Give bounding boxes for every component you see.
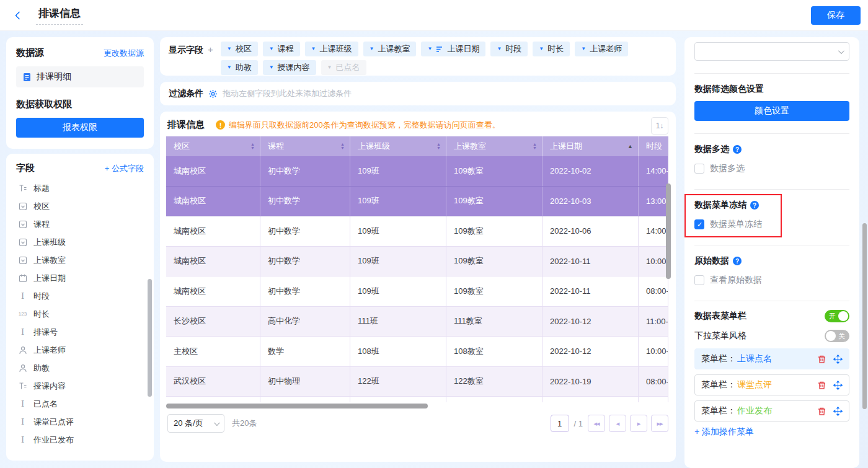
column-header[interactable]: 校区▲▼ <box>166 136 260 156</box>
field-item[interactable]: I课堂已点评 <box>16 413 144 431</box>
help-icon[interactable]: ? <box>733 145 742 154</box>
table-row[interactable]: 城南校区初中数学109班109教室2022-10-0214:00-1 <box>166 156 668 187</box>
display-field-chip[interactable]: ▼校区 <box>221 42 258 56</box>
table-row[interactable]: 武汉校区初中物理122班122教室2022-10-1908:00-0 <box>166 367 668 397</box>
help-icon[interactable]: ? <box>750 201 759 210</box>
table-row[interactable]: 长沙校区高中化学111班111教室2022-10-1211:00-1 <box>166 307 668 337</box>
next-page-button[interactable]: ▸ <box>630 415 647 432</box>
table-row[interactable]: 城南校区初中数学109班109教室2022-10-0313:00-1 <box>166 187 668 217</box>
move-button[interactable] <box>833 381 843 390</box>
column-header[interactable]: 上课日期▲ <box>542 136 639 156</box>
report-permission-button[interactable]: 报表权限 <box>16 118 144 138</box>
field-item[interactable]: 授课内容 <box>16 377 144 395</box>
display-field-chip[interactable]: ▼上课班级 <box>305 42 358 56</box>
datasource-item[interactable]: 排课明细 <box>16 66 144 87</box>
raw-data-checkbox-row[interactable]: 查看原始数据 <box>694 275 849 286</box>
table-cell: 109班 <box>350 247 446 276</box>
field-item[interactable]: I排课号 <box>16 323 144 341</box>
table-cell: 2022-10-06 <box>542 216 639 246</box>
fields-scrollbar[interactable] <box>148 279 152 397</box>
sort-asc-active-icon[interactable]: ▲ <box>627 143 633 149</box>
field-item[interactable]: 标题 <box>16 179 144 197</box>
table-row[interactable]: 城南校区初中数学109班109教室2022-10-1110:00-1 <box>166 247 668 277</box>
multi-select-checkbox[interactable] <box>694 164 704 174</box>
add-action-menu-link[interactable]: + 添加操作菜单 <box>694 426 849 438</box>
column-header[interactable]: 上课教室▲▼ <box>446 136 542 156</box>
table-horizontal-scrollbar[interactable] <box>166 404 428 408</box>
help-icon[interactable]: ? <box>733 257 742 265</box>
delete-button[interactable] <box>817 355 826 364</box>
field-item[interactable]: 123时长 <box>16 305 144 323</box>
field-item[interactable]: 课程 <box>16 215 144 233</box>
page-title: 排课信息 <box>36 6 83 25</box>
display-field-chip[interactable]: ▼上课教室 <box>363 42 417 56</box>
color-setting-button[interactable]: 颜色设置 <box>694 101 849 121</box>
display-field-chip[interactable]: ▼上课日期 <box>421 42 485 56</box>
chevron-down-icon <box>838 48 844 54</box>
menu-bar-item[interactable]: 菜单栏：作业发布 <box>694 400 849 422</box>
change-datasource-link[interactable]: 更改数据源 <box>104 48 144 59</box>
multi-select-checkbox-label: 数据多选 <box>710 163 745 174</box>
column-header[interactable]: 时段 <box>639 136 668 156</box>
prev-page-button[interactable]: ◂ <box>609 415 626 432</box>
filter-panel: 过滤条件 拖动左侧字段到此处来添加过滤条件 <box>160 82 676 105</box>
field-item[interactable]: 助教 <box>16 359 144 377</box>
display-field-chip[interactable]: ▼上课老师 <box>575 42 628 56</box>
first-page-button[interactable]: ◂◂ <box>588 415 605 432</box>
field-item[interactable]: 上课老师 <box>16 341 144 359</box>
sort-order-icon[interactable]: 1↓ <box>651 117 668 135</box>
menu-bar-item[interactable]: 菜单栏：课堂点评 <box>694 374 849 395</box>
settings-select[interactable] <box>694 42 849 61</box>
back-button[interactable] <box>12 9 26 22</box>
display-field-chip[interactable]: ▼授课内容 <box>263 60 316 75</box>
add-formula-field-link[interactable]: + 公式字段 <box>105 163 144 174</box>
display-field-chip[interactable]: ▼已点名 <box>321 60 366 75</box>
menu-freeze-checkbox[interactable] <box>694 219 704 229</box>
sort-carets-icon[interactable]: ▲▼ <box>533 143 537 150</box>
menu-bar-toggle[interactable]: 开 <box>825 310 849 322</box>
field-item[interactable]: I作业已发布 <box>16 431 144 449</box>
multi-select-checkbox-row[interactable]: 数据多选 <box>694 163 849 174</box>
delete-button[interactable] <box>817 407 826 416</box>
column-header[interactable]: 上课班级▲▼ <box>350 136 446 156</box>
field-item[interactable]: I已点名 <box>16 395 144 413</box>
chevron-down-icon <box>214 420 220 426</box>
field-item[interactable]: 上课日期 <box>16 269 144 287</box>
menu-item-value: 作业发布 <box>737 405 772 417</box>
column-header[interactable]: 课程▲▼ <box>260 136 350 156</box>
sort-carets-icon[interactable]: ▲▼ <box>340 143 345 150</box>
field-item[interactable]: 上课教室 <box>16 251 144 269</box>
sort-carets-icon[interactable]: ▲▼ <box>436 143 441 150</box>
add-field-icon[interactable]: + <box>203 42 213 71</box>
delete-button[interactable] <box>817 381 826 390</box>
raw-data-checkbox[interactable] <box>694 275 704 285</box>
chip-label: 时长 <box>547 43 564 55</box>
display-field-chip[interactable]: ▼助教 <box>221 60 258 75</box>
display-field-chip[interactable]: ▼课程 <box>263 42 300 56</box>
sort-carets-icon[interactable]: ▲▼ <box>250 143 255 150</box>
field-item[interactable]: 上课班级 <box>16 233 144 251</box>
gear-icon[interactable] <box>208 89 218 99</box>
chevron-down-icon: ▼ <box>269 46 274 51</box>
field-item[interactable]: I时段 <box>16 287 144 305</box>
menu-bar-item[interactable]: 菜单栏：上课点名 <box>694 348 849 369</box>
chip-label: 已点名 <box>336 62 360 73</box>
dropdown-style-toggle[interactable]: 关 <box>825 330 849 342</box>
save-button[interactable]: 保存 <box>811 6 861 25</box>
page-size-select[interactable]: 20 条/页 <box>167 414 224 433</box>
table-row[interactable]: 城南校区初中数学109班109教室2022-10-1108:00-0 <box>166 276 668 307</box>
move-icon <box>833 381 843 390</box>
field-item[interactable]: 校区 <box>16 197 144 215</box>
display-field-chip[interactable]: ▼时长 <box>533 42 570 56</box>
menu-freeze-checkbox-row[interactable]: 数据菜单冻结 <box>694 219 849 230</box>
table-vertical-scrollbar[interactable] <box>666 183 671 279</box>
page-number-input[interactable] <box>551 415 569 432</box>
last-page-button[interactable]: ▸▸ <box>651 415 668 432</box>
move-button[interactable] <box>833 355 843 364</box>
raw-data-title: 原始数据 <box>694 255 729 267</box>
table-row[interactable]: 主校区数学108班108教室2022-10-1210:00-1 <box>166 337 668 367</box>
window-scrollbar[interactable] <box>862 223 867 409</box>
move-button[interactable] <box>833 407 843 416</box>
table-row[interactable]: 城南校区初中数学109班109教室2022-10-0614:00-1 <box>166 216 668 247</box>
display-field-chip[interactable]: ▼时段 <box>490 42 528 56</box>
